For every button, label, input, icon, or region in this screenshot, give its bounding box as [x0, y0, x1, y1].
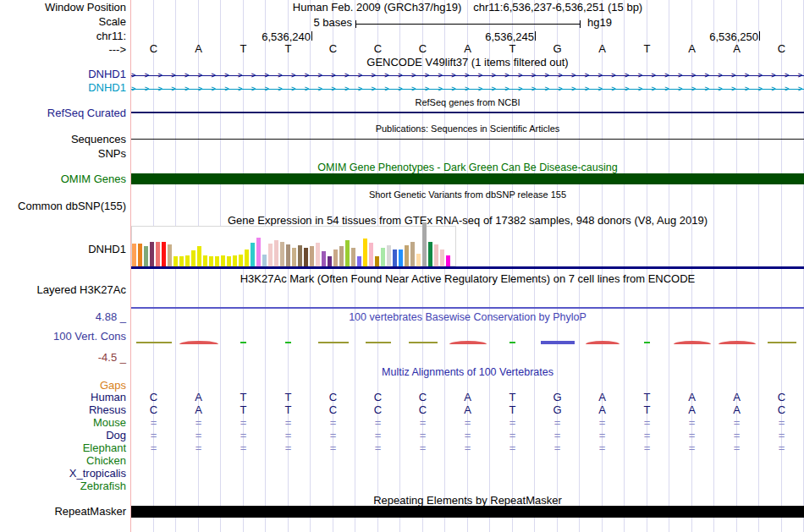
align-gap[interactable]: = [400, 430, 445, 442]
vert-cons-label[interactable]: 100 Vert. Cons [0, 331, 126, 343]
conservation-mark[interactable] [644, 342, 650, 344]
gtex-bar[interactable] [292, 248, 296, 266]
gene-label-dnhd1[interactable]: DNHD1 [0, 69, 126, 80]
gtex-bar[interactable] [215, 256, 219, 266]
gtex-bar[interactable] [274, 240, 278, 266]
conservation-mark[interactable] [179, 341, 218, 344]
conservation-mark[interactable] [509, 342, 515, 344]
gtex-bar[interactable] [399, 250, 403, 266]
gtex-bar[interactable] [256, 238, 261, 266]
align-gap[interactable]: = [445, 442, 490, 454]
align-base[interactable]: C [311, 404, 355, 416]
align-base[interactable]: G [535, 404, 580, 416]
align-gap[interactable]: = [355, 442, 400, 454]
align-gap[interactable]: = [355, 430, 400, 442]
align-gap[interactable]: = [131, 430, 176, 442]
align-base[interactable]: A [445, 404, 490, 416]
align-base[interactable]: C [759, 404, 804, 416]
multiz-label-mouse[interactable]: Mouse [0, 417, 126, 429]
gtex-bar[interactable] [381, 248, 385, 266]
align-gap[interactable]: = [669, 442, 714, 454]
align-base[interactable]: C [355, 404, 400, 416]
gtex-bar[interactable] [393, 250, 397, 266]
align-gap[interactable]: = [490, 417, 535, 429]
gtex-bar[interactable] [434, 244, 438, 266]
gtex-bar[interactable] [262, 255, 267, 266]
align-base[interactable]: C [400, 404, 445, 416]
gtex-bar[interactable] [173, 256, 178, 266]
gtex-bar[interactable] [239, 255, 243, 266]
align-base[interactable]: T [625, 392, 669, 403]
conservation-mark[interactable] [285, 342, 291, 344]
gtex-bar[interactable] [268, 244, 273, 266]
align-gap[interactable]: = [625, 430, 669, 442]
align-base[interactable]: C [131, 392, 176, 403]
gtex-bar[interactable] [410, 242, 415, 266]
gtex-bar[interactable] [345, 240, 350, 266]
align-gap[interactable]: = [580, 417, 625, 429]
gtex-bar[interactable] [251, 243, 255, 266]
conservation-mark[interactable] [136, 342, 172, 343]
gtex-bar[interactable] [351, 248, 355, 266]
align-gap[interactable]: = [490, 430, 535, 442]
conservation-mark[interactable] [318, 342, 349, 343]
omim-gene-bar[interactable] [131, 173, 804, 184]
align-gap[interactable]: = [400, 442, 445, 454]
align-base[interactable]: C [131, 404, 176, 416]
repeatmasker-bar[interactable] [131, 506, 804, 518]
gtex-bar[interactable] [422, 222, 427, 266]
align-base[interactable]: T [221, 392, 266, 403]
refseq-gene-line[interactable] [131, 112, 804, 113]
layered-h3k27ac-label[interactable]: Layered H3K27Ac [0, 284, 126, 296]
align-gap[interactable]: = [131, 417, 176, 429]
gtex-bar[interactable] [369, 243, 373, 266]
gtex-bar[interactable] [405, 245, 409, 266]
align-base[interactable]: T [221, 404, 266, 416]
gtex-bar[interactable] [428, 242, 432, 266]
align-gap[interactable]: = [311, 442, 355, 454]
gtex-bar[interactable] [286, 244, 290, 266]
align-gap[interactable]: = [176, 442, 221, 454]
align-gap[interactable]: = [400, 417, 445, 429]
gtex-bar[interactable] [387, 245, 391, 266]
gtex-bar[interactable] [185, 255, 190, 266]
conservation-mark[interactable] [586, 341, 620, 344]
multiz-label-xtropicalis[interactable]: X_tropicalis [0, 468, 126, 480]
align-gap[interactable]: = [176, 417, 221, 429]
multiz-label-chicken[interactable]: Chicken [0, 455, 126, 467]
gtex-bar[interactable] [191, 250, 195, 266]
multiz-label-rhesus[interactable]: Rhesus [0, 404, 126, 416]
align-base[interactable]: A [580, 392, 625, 403]
align-gap[interactable]: = [221, 417, 266, 429]
gtex-bar[interactable] [375, 256, 379, 266]
multiz-label-elephant[interactable]: Elephant [0, 442, 126, 454]
refseq-curated-label[interactable]: RefSeq Curated [0, 107, 126, 119]
align-gap[interactable]: = [535, 430, 580, 442]
gtex-bar[interactable] [298, 245, 302, 266]
align-gap[interactable]: = [580, 430, 625, 442]
align-base[interactable]: T [266, 392, 311, 403]
align-gap[interactable]: = [625, 417, 669, 429]
align-gap[interactable]: = [669, 430, 714, 442]
align-base[interactable]: T [625, 404, 669, 416]
align-base[interactable]: A [714, 392, 759, 403]
gtex-bar[interactable] [138, 244, 142, 266]
align-gap[interactable]: = [176, 430, 221, 442]
conservation-mark[interactable] [449, 341, 487, 344]
multiz-label-dog[interactable]: Dog [0, 430, 126, 442]
align-gap[interactable]: = [355, 417, 400, 429]
align-base[interactable]: C [400, 392, 445, 403]
gtex-bar[interactable] [221, 255, 225, 266]
align-base[interactable]: A [669, 404, 714, 416]
align-base[interactable]: T [490, 404, 535, 416]
multiz-label-zebrafish[interactable]: Zebrafish [0, 480, 126, 492]
align-gap[interactable]: = [311, 417, 355, 429]
conservation-mark[interactable] [768, 342, 796, 343]
conservation-mark[interactable] [409, 342, 438, 343]
align-gap[interactable]: = [669, 417, 714, 429]
gtex-bar[interactable] [328, 256, 332, 266]
gtex-bar[interactable] [179, 256, 184, 266]
align-base[interactable]: A [176, 404, 221, 416]
conservation-mark[interactable] [366, 342, 391, 343]
align-gap[interactable]: = [266, 417, 311, 429]
